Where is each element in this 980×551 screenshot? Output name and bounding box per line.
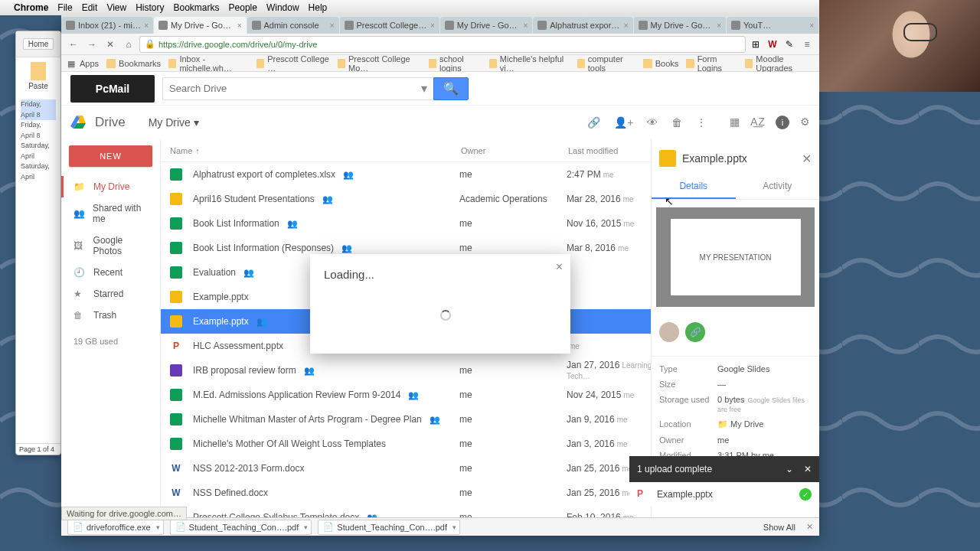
file-row[interactable]: Michelle Whitman Master of Arts Program …: [161, 407, 651, 432]
toast-collapse-icon[interactable]: ⌄: [786, 464, 793, 474]
search-dropdown[interactable]: ▾: [415, 77, 433, 100]
app-name[interactable]: Chrome: [14, 2, 48, 13]
avatar[interactable]: [659, 322, 679, 342]
stop-button[interactable]: ✕: [103, 37, 118, 52]
back-button[interactable]: ←: [66, 37, 81, 52]
menu-people[interactable]: People: [229, 2, 257, 13]
close-details-button[interactable]: ✕: [802, 152, 812, 166]
extension-icon[interactable]: W: [766, 37, 779, 51]
modal-close-button[interactable]: ×: [556, 260, 563, 274]
forward-button[interactable]: →: [84, 37, 100, 52]
file-row[interactable]: M.Ed. Admissions Application Review Form…: [161, 383, 651, 407]
sidebar-item-trash[interactable]: 🗑Trash: [61, 305, 160, 326]
menu-view[interactable]: View: [106, 2, 126, 13]
tab-close-icon[interactable]: ×: [624, 21, 629, 30]
sidebar-item-starred[interactable]: ★Starred: [61, 283, 160, 305]
trash-icon[interactable]: 🗑: [671, 116, 682, 129]
drive-title[interactable]: Drive: [95, 115, 126, 130]
file-row[interactable]: Alphatrust export of completes.xlsx👥me2:…: [161, 162, 651, 187]
link-icon[interactable]: 🔗: [587, 116, 600, 129]
address-bar[interactable]: 🔒 https://drive.google.com/drive/u/0/my-…: [139, 36, 746, 53]
bookmark-item[interactable]: ▦Apps: [67, 59, 99, 68]
col-name[interactable]: Name: [170, 146, 192, 155]
tab-close-icon[interactable]: ×: [717, 21, 721, 30]
download-item[interactable]: 📄Student_Teaching_Con….pdf▾: [170, 520, 312, 535]
chevron-down-icon[interactable]: ▾: [304, 523, 308, 531]
file-row[interactable]: April16 Student Presentations👥Academic O…: [161, 187, 651, 211]
browser-tab[interactable]: Admin console×: [247, 17, 339, 34]
sidebar-item-google-photos[interactable]: 🖼Google Photos: [61, 230, 160, 262]
sidebar-item-my-drive[interactable]: 📁My Drive: [61, 176, 160, 197]
menu-edit[interactable]: Edit: [82, 2, 98, 13]
download-item[interactable]: 📄Student_Teaching_Con….pdf▾: [318, 520, 460, 535]
tab-close-icon[interactable]: ×: [237, 21, 242, 30]
tab-close-icon[interactable]: ×: [523, 21, 528, 30]
menu-bookmarks[interactable]: Bookmarks: [174, 2, 220, 13]
toast-item[interactable]: P Example.pptx ✓: [629, 482, 819, 507]
browser-tab[interactable]: YouT…×: [727, 17, 818, 34]
logo[interactable]: PcMail: [70, 75, 155, 103]
more-icon[interactable]: ⋮: [696, 116, 707, 129]
tab-close-icon[interactable]: ×: [809, 21, 814, 30]
bookmark-item[interactable]: Moodle Upgrades: [745, 54, 813, 73]
bookmark-item[interactable]: Prescott College Mo…: [338, 54, 421, 73]
toast-close-icon[interactable]: ✕: [804, 464, 812, 474]
search-input[interactable]: [162, 77, 415, 100]
show-all-downloads[interactable]: Show All ✕: [763, 522, 813, 532]
settings-icon[interactable]: ⚙: [800, 116, 810, 129]
tab-details[interactable]: Details: [652, 174, 736, 199]
menu-file[interactable]: File: [57, 2, 72, 13]
home-button[interactable]: ⌂: [121, 37, 136, 52]
tab-close-icon[interactable]: ×: [330, 21, 335, 30]
file-row[interactable]: WNSS Defined.docxmeJan 25, 2016me17 KB: [161, 481, 651, 505]
menu-window[interactable]: Window: [266, 2, 299, 13]
info-icon[interactable]: i: [776, 116, 789, 129]
col-owner[interactable]: Owner: [461, 146, 568, 155]
breadcrumb[interactable]: My Drive ▾: [149, 116, 199, 129]
browser-tab[interactable]: My Drive - Google Drive×: [154, 17, 247, 34]
browser-tab[interactable]: Inbox (21) - michelle…×: [61, 17, 153, 34]
bookmark-item[interactable]: Books: [643, 59, 679, 68]
bookmark-item[interactable]: computer tools: [577, 54, 635, 73]
bookmark-item[interactable]: Inbox - michelle.wh…: [168, 54, 249, 73]
chevron-down-icon[interactable]: ▾: [156, 523, 160, 531]
browser-tab[interactable]: My Drive - Google Drive×: [440, 17, 533, 34]
link-share-icon[interactable]: 🔗: [685, 322, 705, 342]
preview-icon[interactable]: 👁: [647, 116, 658, 129]
tab-close-icon[interactable]: ×: [144, 21, 149, 30]
view-grid-icon[interactable]: ▦: [730, 116, 740, 129]
menu-help[interactable]: Help: [309, 2, 328, 13]
bookmark-item[interactable]: school logins: [429, 54, 482, 73]
file-name: Example.pptx: [193, 316, 249, 327]
menu-history[interactable]: History: [136, 2, 164, 13]
bookmark-item[interactable]: Form Logins: [686, 54, 737, 73]
extension-icon[interactable]: ⊞: [749, 37, 763, 51]
bookmark-item[interactable]: Michelle's helpful vi…: [489, 54, 570, 73]
tab-activity[interactable]: Activity: [736, 174, 820, 199]
new-button[interactable]: NEW: [69, 145, 152, 167]
sort-icon[interactable]: A͟Z: [750, 116, 765, 129]
browser-tab[interactable]: Prescott College - Calen…×: [340, 17, 439, 34]
file-row[interactable]: WNSS 2012-2013 Form.docxmeJan 25, 2016me…: [161, 456, 651, 481]
col-modified[interactable]: Last modified: [568, 146, 651, 155]
browser-tab[interactable]: My Drive - Google Drive×: [634, 17, 727, 34]
file-row[interactable]: Book List Information👥meNov 16, 2015me—: [161, 211, 651, 236]
word-home-tab[interactable]: Home: [23, 38, 54, 50]
share-icon[interactable]: 👤+: [614, 116, 633, 129]
sidebar-item-recent[interactable]: 🕘Recent: [61, 262, 160, 283]
paste-icon[interactable]: [31, 62, 46, 80]
file-row[interactable]: Michelle's Mother Of All Weight Loss Tem…: [161, 432, 651, 456]
chevron-down-icon[interactable]: ▾: [452, 523, 456, 531]
file-row[interactable]: IRB proposal review form👥meJan 27, 2016L…: [161, 358, 651, 383]
browser-tab[interactable]: Alphatrust export of com…×: [533, 17, 632, 34]
bookmark-item[interactable]: Bookmarks: [106, 59, 161, 68]
file-preview[interactable]: MY PRESENTATION: [656, 207, 815, 307]
download-item[interactable]: 📄driveforoffice.exe▾: [67, 520, 164, 535]
close-shelf-icon[interactable]: ✕: [806, 522, 813, 532]
bookmark-item[interactable]: Prescott College …: [256, 54, 330, 73]
search-button[interactable]: 🔍: [433, 77, 469, 100]
sidebar-item-shared-with-me[interactable]: 👥Shared with me: [61, 197, 160, 230]
menu-button[interactable]: ≡: [799, 37, 815, 52]
tab-close-icon[interactable]: ×: [430, 21, 435, 30]
extension-icon[interactable]: ✎: [782, 37, 796, 51]
